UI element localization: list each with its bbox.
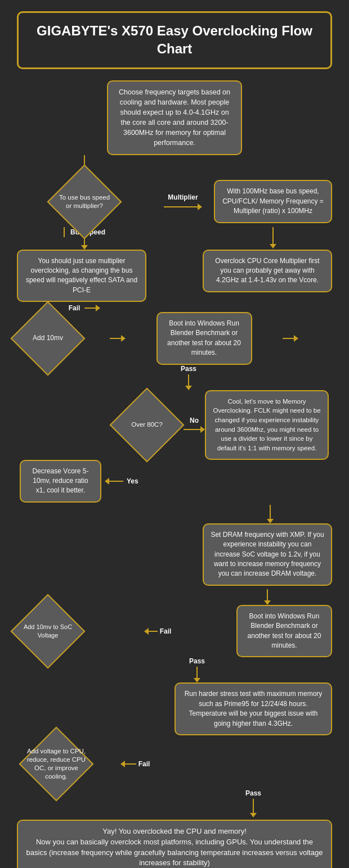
start-box: Choose frequency targets based on coolin… [107,80,242,155]
add-10mv-diamond: Add 10mv [20,316,76,361]
add-voltage-cpu-diamond: Add voltage to CPU, reduce, reduce CPU O… [17,739,96,789]
fail-label-1: Fail [69,304,80,312]
arrow-fail-3 [120,761,136,767]
no-label: No [190,417,199,424]
set-dram-box: Set DRAM frequency with XMP. If you expe… [203,523,332,586]
arrow-to-bus-note [81,238,88,250]
arrow-fail-2 [144,628,158,635]
multiplier-label: Multiplier [168,193,198,201]
arrow-bus-speed [64,227,65,237]
bus-freq-box: With 100MHz base bus speed, CPU/FCLK/ Me… [214,180,332,223]
fail-label-3: Fail [138,760,150,768]
flowchart: GIGABYTE's X570 Easy Overclocking Flow C… [17,11,332,868]
fail-label-2: Fail [160,627,172,635]
bus-speed-note-box: You should just use multiplier overclock… [17,250,146,302]
arrow-multiplier [164,204,202,210]
arrow-fail-1 [84,305,100,311]
overclock-cpu-box: Overclock CPU Core Multiplier first you … [203,250,332,292]
benchmark-1-box: Boot into Windows Run Blender Benchmark … [156,312,252,365]
arrow-no [184,426,205,433]
arrow-add10mv-to-benchmark [110,335,126,342]
arrow-pass-2 [194,667,200,682]
arrow-pass-3 [250,799,257,817]
pass-label-3: Pass [245,789,261,797]
run-stress-box: Run harder stress test with maximum memo… [174,682,332,735]
arrow-yes [105,478,123,485]
over-80c-diamond: Over 80C? [116,400,178,450]
add-10mv-soc-diamond: Add 10mv to SoC Voltage [17,606,79,657]
yes-label: Yes [127,477,138,485]
pass-label-2: Pass [189,657,205,665]
arrow-set-dram-down [264,589,271,605]
arrow-memory-oc-down [267,505,274,523]
bus-or-mult-diamond: To use bus speed or multiplier? [51,177,118,227]
final-box: Yay! You overclocked the CPU and memory!… [17,820,332,868]
chart-title: GIGABYTE's X570 Easy Overclocking Flow C… [35,22,314,58]
arrow-from-bus-freq [270,227,276,248]
memory-oc-box: Cool, let's move to Memory Overclocking.… [205,390,329,460]
pass-label-1: Pass [181,365,196,373]
benchmark-2-box: Boot into Windows Run Blender Benchmark … [236,605,332,658]
arrow-pass-1 [185,374,192,390]
arrow-benchmark-to-overclock [283,335,298,342]
decrease-vcore-box: Decrease Vcore 5-10mv, reduce ratio x1, … [20,460,101,503]
